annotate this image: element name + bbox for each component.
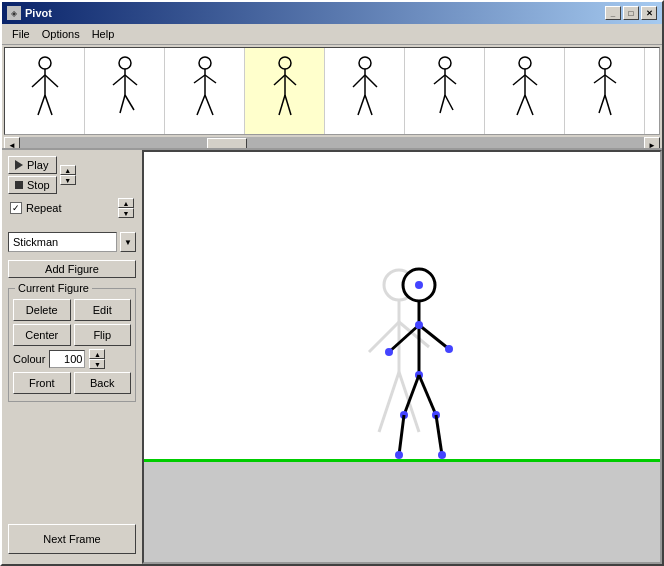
frame-2[interactable]: [85, 48, 165, 135]
figure-dropdown-button[interactable]: ▼: [120, 232, 136, 252]
scroll-right-button[interactable]: ►: [644, 137, 660, 150]
figure-selector-row: Stickman ▼: [8, 232, 136, 252]
frame-8[interactable]: [565, 48, 645, 135]
svg-line-10: [120, 95, 125, 113]
center-flip-row: Center Flip: [13, 324, 131, 346]
svg-point-36: [519, 57, 531, 69]
speed-down-button[interactable]: ▼: [60, 175, 76, 185]
app-icon: ◈: [7, 6, 21, 20]
svg-point-55: [415, 281, 423, 289]
front-button[interactable]: Front: [13, 372, 71, 394]
svg-point-42: [599, 57, 611, 69]
filmstrip-frames: [4, 47, 660, 135]
minimize-button[interactable]: _: [605, 6, 621, 20]
repeat-checkbox[interactable]: ✓: [10, 202, 22, 214]
frame-3[interactable]: [165, 48, 245, 135]
stickman-figure[interactable]: [354, 267, 474, 467]
frame-4[interactable]: [245, 48, 325, 135]
svg-line-20: [274, 75, 285, 85]
filmstrip: ◄ ►: [2, 45, 662, 150]
repeat-row: ✓ Repeat ▲ ▼: [8, 198, 136, 218]
scroll-left-button[interactable]: ◄: [4, 137, 20, 150]
svg-point-12: [199, 57, 211, 69]
svg-line-28: [358, 95, 365, 115]
add-figure-button[interactable]: Add Figure: [8, 260, 136, 278]
delete-button[interactable]: Delete: [13, 299, 71, 321]
front-back-row: Front Back: [13, 372, 131, 394]
frame-6[interactable]: [405, 48, 485, 135]
svg-line-40: [517, 95, 525, 115]
figure-select[interactable]: Stickman: [8, 232, 117, 252]
frame-5[interactable]: [325, 48, 405, 135]
svg-line-69: [436, 415, 442, 455]
frame-1[interactable]: [5, 48, 85, 135]
maximize-button[interactable]: □: [623, 6, 639, 20]
menu-help[interactable]: Help: [86, 26, 121, 42]
scroll-track[interactable]: [20, 137, 644, 150]
svg-line-15: [205, 75, 216, 83]
svg-line-59: [419, 325, 449, 349]
svg-line-46: [599, 95, 605, 113]
svg-line-29: [365, 95, 372, 115]
menu-options[interactable]: Options: [36, 26, 86, 42]
svg-line-35: [445, 95, 453, 110]
svg-point-18: [279, 57, 291, 69]
main-area: Play Stop ▲ ▼ ✓ Repeat ▲ ▼: [2, 150, 662, 564]
flip-button[interactable]: Flip: [74, 324, 132, 346]
svg-line-5: [45, 95, 52, 115]
svg-line-32: [434, 75, 445, 84]
stop-button[interactable]: Stop: [8, 176, 57, 194]
main-window: ◈ Pivot _ □ ✕ File Options Help: [0, 0, 664, 566]
edit-button[interactable]: Edit: [74, 299, 132, 321]
menu-file[interactable]: File: [6, 26, 36, 42]
svg-line-44: [594, 75, 605, 83]
svg-line-11: [125, 95, 134, 110]
svg-line-34: [440, 95, 445, 113]
play-stop-row: Play Stop ▲ ▼: [8, 156, 136, 194]
canvas-area[interactable]: [142, 150, 662, 564]
svg-point-70: [438, 451, 446, 459]
svg-line-9: [125, 75, 137, 85]
play-icon: [15, 160, 23, 170]
menu-bar: File Options Help: [2, 24, 662, 45]
speed-up-button[interactable]: ▲: [60, 165, 76, 175]
svg-line-16: [197, 95, 205, 115]
colour-spinner: ▲ ▼: [89, 349, 105, 369]
back-button[interactable]: Back: [74, 372, 132, 394]
svg-point-30: [439, 57, 451, 69]
next-frame-button[interactable]: Next Frame: [8, 524, 136, 554]
svg-point-24: [359, 57, 371, 69]
colour-down-button[interactable]: ▼: [89, 359, 105, 369]
frame-7[interactable]: [485, 48, 565, 135]
svg-line-8: [113, 75, 125, 85]
center-button[interactable]: Center: [13, 324, 71, 346]
svg-line-51: [399, 322, 429, 347]
stop-icon: [15, 181, 23, 189]
svg-point-6: [119, 57, 131, 69]
svg-point-66: [395, 451, 403, 459]
svg-point-58: [385, 348, 393, 356]
svg-line-45: [605, 75, 616, 83]
svg-line-21: [285, 75, 296, 85]
colour-up-button[interactable]: ▲: [89, 349, 105, 359]
delete-edit-row: Delete Edit: [13, 299, 131, 321]
repeat-spinner: ▲ ▼: [118, 198, 134, 218]
scroll-thumb[interactable]: [207, 138, 247, 150]
svg-line-23: [285, 95, 291, 115]
svg-line-41: [525, 95, 533, 115]
left-panel: Play Stop ▲ ▼ ✓ Repeat ▲ ▼: [2, 150, 142, 564]
repeat-down-button[interactable]: ▼: [118, 208, 134, 218]
repeat-label: Repeat: [26, 202, 61, 214]
colour-input[interactable]: 100: [49, 350, 85, 368]
svg-line-2: [32, 75, 45, 87]
play-button[interactable]: Play: [8, 156, 57, 174]
svg-line-65: [399, 415, 404, 455]
svg-line-33: [445, 75, 456, 84]
repeat-up-button[interactable]: ▲: [118, 198, 134, 208]
current-figure-label: Current Figure: [15, 282, 92, 294]
svg-line-47: [605, 95, 611, 115]
svg-line-22: [279, 95, 285, 115]
title-bar: ◈ Pivot _ □ ✕: [2, 2, 662, 24]
svg-line-14: [194, 75, 205, 83]
close-button[interactable]: ✕: [641, 6, 657, 20]
